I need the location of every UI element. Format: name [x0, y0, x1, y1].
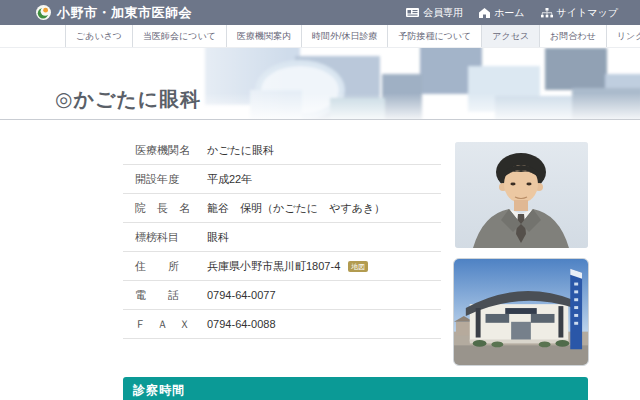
- site-title: 小野市・加東市医師会: [57, 4, 192, 22]
- row-value: かごたに眼科: [207, 143, 274, 158]
- table-row-departments: 標榜科目 眼科: [123, 223, 441, 252]
- clinic-info-table: 医療機関名 かごたに眼科 開設年度 平成22年 院 長 名 籠谷 保明（かごたに…: [123, 136, 441, 339]
- sitemap-icon: [541, 8, 553, 18]
- clinic-building-photo: [453, 258, 589, 366]
- row-value: 平成22年: [207, 172, 252, 187]
- id-card-icon: [406, 8, 419, 17]
- nav-item-vaccination[interactable]: 予防接種について: [387, 25, 481, 47]
- nav-item-afterhours-care[interactable]: 時間外/休日診療: [301, 25, 388, 47]
- home-link[interactable]: ホーム: [479, 6, 524, 20]
- main-nav: ごあいさつ 当医師会について 医療機関案内 時間外/休日診療 予防接種について …: [0, 25, 640, 48]
- sitemap-label: サイトマップ: [557, 6, 618, 20]
- table-row-director-name: 院 長 名 籠谷 保明（かごたに やすあき）: [123, 194, 441, 223]
- site-header: 小野市・加東市医師会 会員専用 ホーム: [0, 0, 640, 25]
- director-portrait-photo: [455, 142, 588, 248]
- row-value: 0794-64-0088: [207, 318, 276, 330]
- table-row-address: 住 所 兵庫県小野市黒川町1807-4 地図: [123, 252, 441, 281]
- table-row-institution-name: 医療機関名 かごたに眼科: [123, 136, 441, 165]
- row-label: 医療機関名: [123, 143, 207, 158]
- row-value: 兵庫県小野市黒川町1807-4 地図: [207, 259, 368, 274]
- members-only-link[interactable]: 会員専用: [406, 6, 463, 20]
- table-row-phone: 電 話 0794-64-0077: [123, 281, 441, 310]
- members-only-label: 会員専用: [423, 6, 463, 20]
- row-label: 開設年度: [123, 172, 207, 187]
- nav-item-greeting[interactable]: ごあいさつ: [65, 25, 132, 47]
- row-value: 眼科: [207, 230, 229, 245]
- page-banner: ◎かごたに眼科: [0, 48, 640, 120]
- medical-association-logo-icon[interactable]: [36, 5, 51, 20]
- topbar-utilities: 会員専用 ホーム サイトマップ: [406, 6, 618, 20]
- nav-item-links[interactable]: リンク: [606, 25, 640, 47]
- row-label: 住 所: [123, 259, 207, 274]
- nav-item-access[interactable]: アクセス: [481, 25, 539, 47]
- clinic-building-image: [454, 259, 588, 365]
- table-row-established-year: 開設年度 平成22年: [123, 165, 441, 194]
- sitemap-link[interactable]: サイトマップ: [541, 6, 618, 20]
- nav-item-about-association[interactable]: 当医師会について: [132, 25, 226, 47]
- address-text: 兵庫県小野市黒川町1807-4: [207, 259, 340, 274]
- home-label: ホーム: [494, 6, 524, 20]
- row-label: 院 長 名: [123, 201, 207, 216]
- row-value: 籠谷 保明（かごたに やすあき）: [207, 201, 385, 216]
- map-link-badge[interactable]: 地図: [348, 261, 368, 272]
- home-icon: [479, 8, 490, 18]
- consultation-hours-heading: 診察時間: [123, 377, 588, 400]
- row-label: 標榜科目: [123, 230, 207, 245]
- director-portrait-image: [455, 142, 588, 248]
- row-label: Ｆ Ａ Ｘ: [123, 317, 207, 332]
- table-row-fax: Ｆ Ａ Ｘ 0794-64-0088: [123, 310, 441, 339]
- nav-item-medical-institutions[interactable]: 医療機関案内: [226, 25, 301, 47]
- row-value: 0794-64-0077: [207, 289, 276, 301]
- row-label: 電 話: [123, 288, 207, 303]
- nav-item-contact[interactable]: お問合わせ: [539, 25, 606, 47]
- page-title: ◎かごたに眼科: [55, 86, 201, 113]
